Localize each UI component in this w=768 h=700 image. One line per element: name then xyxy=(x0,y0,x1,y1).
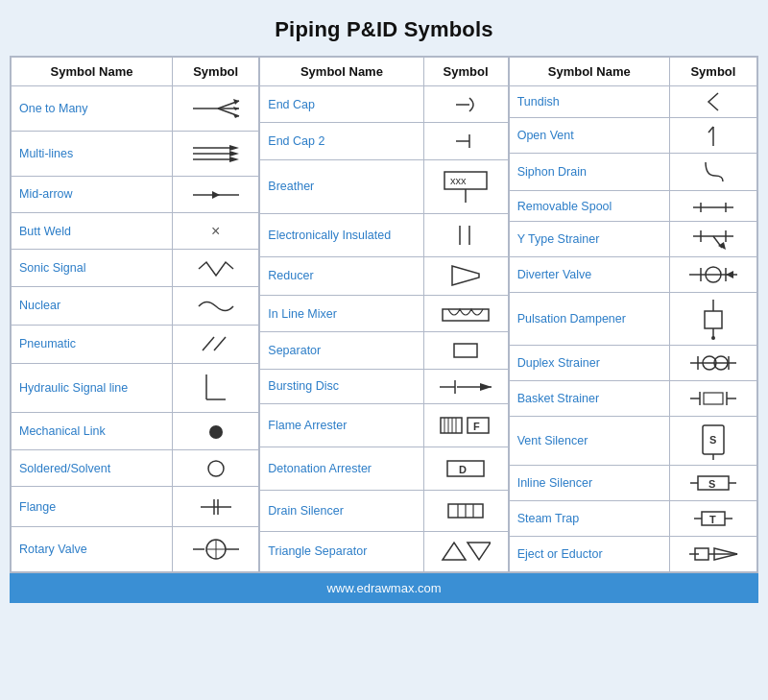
svg-text:S: S xyxy=(708,478,715,490)
symbol-cell xyxy=(423,256,508,295)
symbol-name: Rotary Valve xyxy=(12,527,173,572)
table-2: Symbol Name Symbol End Cap End Cap 2 xyxy=(259,57,508,572)
symbol-cell: S xyxy=(669,466,756,501)
symbol-name: Diverter Valve xyxy=(509,257,669,293)
table-row: Flange xyxy=(12,487,259,527)
symbol-name: Duplex Strainer xyxy=(509,346,669,381)
svg-text:S: S xyxy=(709,434,716,446)
svg-marker-12 xyxy=(229,157,239,162)
symbol-name: Reducer xyxy=(260,256,423,295)
symbol-cell xyxy=(173,325,259,363)
symbol-name: Pulsation Dampener xyxy=(509,293,669,346)
symbol-name: Open Vent xyxy=(509,118,669,154)
table-row: One to Many xyxy=(12,86,259,132)
table-row: Inline Silencer S xyxy=(509,466,756,501)
symbol-cell: F xyxy=(423,404,508,447)
symbol-name: Steam Trap xyxy=(509,501,669,537)
table-row: In Line Mixer xyxy=(260,296,508,332)
symbol-name: Drain Silencer xyxy=(260,491,423,532)
symbol-cell xyxy=(173,86,259,132)
svg-marker-57 xyxy=(443,543,466,560)
svg-text:xxx: xxx xyxy=(450,175,467,186)
table2-header-name: Symbol Name xyxy=(260,58,423,86)
svg-marker-43 xyxy=(480,383,492,391)
symbol-name: In Line Mixer xyxy=(260,296,423,332)
table-row: Nuclear xyxy=(12,287,259,326)
svg-text:D: D xyxy=(459,464,467,475)
symbol-cell xyxy=(669,381,756,417)
table-row: Butt Weld × xyxy=(12,212,259,249)
table-row: Duplex Strainer xyxy=(509,346,756,381)
table-row: Eject or Eductor xyxy=(509,537,756,572)
symbol-cell xyxy=(173,287,259,326)
symbol-cell: S xyxy=(669,417,756,466)
table1-header-name: Symbol Name xyxy=(12,58,173,86)
symbol-name: Basket Strainer xyxy=(509,381,669,417)
table-row: Steam Trap T xyxy=(509,501,756,537)
symbol-cell xyxy=(173,131,259,176)
symbol-name: Y Type Strainer xyxy=(509,222,669,257)
svg-line-15 xyxy=(203,337,214,350)
svg-marker-58 xyxy=(468,543,491,560)
table-row: Flame Arrester F xyxy=(260,404,508,447)
svg-marker-14 xyxy=(212,191,220,199)
table-1: Symbol Name Symbol One to Many xyxy=(11,57,259,572)
table-row: Removable Spool xyxy=(509,191,756,222)
symbol-cell xyxy=(423,213,508,256)
svg-point-77 xyxy=(711,336,715,340)
table-row: Reducer xyxy=(260,256,508,295)
table-row: Multi-lines xyxy=(12,131,259,176)
symbol-cell: × xyxy=(173,212,259,249)
svg-point-19 xyxy=(209,425,223,439)
footer-url: www.edrawmax.com xyxy=(326,581,441,595)
symbol-name: Removable Spool xyxy=(509,191,669,222)
symbol-cell xyxy=(669,154,756,191)
table-row: Drain Silencer xyxy=(260,491,508,532)
symbol-cell xyxy=(669,537,756,572)
symbol-name: Triangle Separator xyxy=(260,531,423,572)
table-row: Y Type Strainer xyxy=(509,222,756,257)
table-row: End Cap 2 xyxy=(260,123,508,159)
table-3: Symbol Name Symbol Tundish Open Vent xyxy=(509,57,757,572)
svg-rect-87 xyxy=(704,393,723,404)
symbol-cell xyxy=(173,413,259,449)
table-row: Separator xyxy=(260,332,508,369)
svg-text:F: F xyxy=(473,421,480,432)
table-row: Basket Strainer xyxy=(509,381,756,417)
svg-rect-44 xyxy=(441,418,462,433)
symbol-name: Eject or Eductor xyxy=(509,537,669,572)
symbol-name: Separator xyxy=(260,332,423,369)
symbol-name: Flange xyxy=(12,487,173,527)
table-row: Hydraulic Signal line xyxy=(12,363,259,413)
symbol-name: Soldered/Solvent xyxy=(12,449,173,487)
table-row: End Cap xyxy=(260,86,508,123)
symbol-cell xyxy=(423,296,508,332)
table1-header-symbol: Symbol xyxy=(173,58,259,86)
svg-line-16 xyxy=(214,337,226,350)
table-row: Detonation Arrester D xyxy=(260,447,508,491)
table3-header-name: Symbol Name xyxy=(509,58,669,86)
symbol-cell xyxy=(669,191,756,222)
table-row: Sonic Signal xyxy=(12,250,259,287)
symbol-cell xyxy=(173,487,259,527)
symbol-cell: xxx xyxy=(423,159,508,213)
symbol-cell xyxy=(669,257,756,293)
symbol-cell xyxy=(423,369,508,404)
table-row: Tundish xyxy=(509,86,756,118)
symbol-cell xyxy=(423,332,508,369)
symbol-name: Breather xyxy=(260,159,423,213)
svg-marker-73 xyxy=(726,271,733,278)
symbol-name: Pneumatic xyxy=(12,325,173,363)
table-row: Diverter Valve xyxy=(509,257,756,293)
svg-marker-37 xyxy=(452,266,479,285)
symbol-name: Hydraulic Signal line xyxy=(12,363,173,413)
symbol-name: Multi-lines xyxy=(12,131,173,176)
symbol-cell xyxy=(669,222,756,257)
symbol-name: Bursting Disc xyxy=(260,369,423,404)
symbol-cell xyxy=(423,531,508,572)
symbol-name: Detonation Arrester xyxy=(260,447,423,491)
symbol-name: Mechanical Link xyxy=(12,413,173,449)
svg-rect-75 xyxy=(705,311,722,328)
symbol-name: One to Many xyxy=(12,86,173,132)
symbol-name: Siphon Drain xyxy=(509,154,669,191)
